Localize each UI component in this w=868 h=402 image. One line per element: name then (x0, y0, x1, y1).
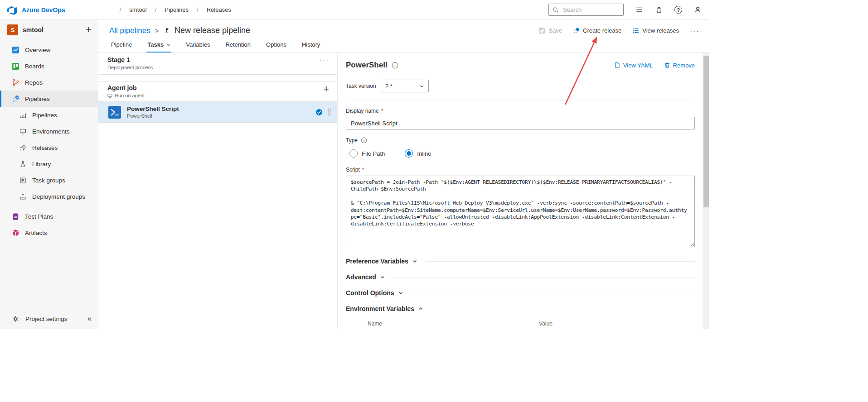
sidebar-item-repos[interactable]: Repos (0, 74, 98, 91)
radio-file-path-label: File Path (362, 150, 385, 157)
project-name[interactable]: smtool (23, 26, 81, 34)
stage-more-button[interactable]: ··· (320, 56, 329, 64)
tasks-content: Stage 1 Deployment process ··· Agent job… (98, 53, 709, 329)
chevron-up-icon (418, 306, 423, 311)
radio-inline[interactable]: Inline (405, 149, 431, 158)
display-name-label: Display name (346, 108, 379, 114)
remove-task-button[interactable]: Remove (664, 62, 695, 69)
breadcrumb-project[interactable]: smtool (129, 6, 146, 13)
repos-icon (11, 78, 20, 87)
boards-icon (11, 62, 20, 71)
marketplace-bag-icon[interactable] (655, 5, 664, 14)
tab-label: Tasks (147, 41, 164, 48)
tab-tasks[interactable]: Tasks (146, 37, 171, 52)
agent-monitor-icon (107, 93, 112, 98)
sidebar-item-label: Environments (32, 128, 70, 135)
create-release-button[interactable]: Create release (573, 27, 621, 34)
sidebar-item-library[interactable]: Library (0, 156, 98, 172)
section-rule (426, 261, 695, 262)
scrollbar-thumb[interactable] (703, 56, 709, 207)
overview-icon (11, 45, 20, 54)
section-label: Control Options (346, 289, 394, 297)
stage-panel: Stage 1 Deployment process ··· Agent job… (98, 53, 338, 329)
azure-devops-home-link[interactable]: Azure DevOps (7, 5, 65, 15)
create-release-rocket-icon (573, 27, 580, 34)
help-icon[interactable]: ? (674, 6, 682, 14)
task-title: PowerShell Script (127, 105, 315, 112)
section-control-options[interactable]: Control Options (346, 289, 695, 297)
column-value: Value (539, 321, 553, 327)
breadcrumb-pipelines[interactable]: Pipelines (165, 6, 189, 13)
task-enabled-check-icon[interactable] (315, 109, 323, 116)
info-icon[interactable] (392, 62, 398, 69)
sidebar-item-task-groups[interactable]: Task groups (0, 172, 98, 188)
tab-options[interactable]: Options (265, 37, 287, 52)
gear-icon (11, 314, 20, 323)
header-actions: Save Create release View releases ··· (538, 27, 699, 34)
sidebar-item-label: Deployment groups (32, 193, 85, 200)
radio-file-path[interactable]: File Path (349, 149, 385, 158)
tab-pipeline[interactable]: Pipeline (110, 37, 133, 52)
breadcrumb-separator: / (197, 6, 199, 13)
artifacts-icon (11, 228, 20, 237)
collapse-sidebar-button[interactable]: « (87, 314, 92, 323)
tab-variables[interactable]: Variables (185, 37, 211, 52)
view-releases-button[interactable]: View releases (632, 27, 679, 34)
sidebar-item-label: Overview (25, 47, 50, 53)
breadcrumb-releases[interactable]: Releases (207, 6, 231, 13)
section-rule (412, 293, 695, 293)
page-title: New release pipeline (175, 26, 250, 35)
task-powershell-script[interactable]: PowerShell Script PowerShell (98, 102, 337, 123)
chevron-down-icon (166, 43, 170, 47)
tab-label: Variables (186, 41, 210, 48)
main-content: All pipelines > New release pipeline Sav… (98, 20, 709, 329)
agent-job-card[interactable]: Agent job Run on agent + (98, 81, 337, 102)
vertical-scrollbar[interactable] (703, 53, 709, 329)
release-pipeline-icon (163, 27, 170, 34)
sidebar-item-boards[interactable]: Boards (0, 58, 98, 74)
view-yaml-button[interactable]: View YAML (614, 62, 653, 69)
create-release-label: Create release (583, 27, 621, 34)
search-box[interactable] (548, 4, 624, 16)
sidebar-item-pipelines[interactable]: Pipelines (0, 91, 98, 107)
sidebar-item-artifacts[interactable]: Artifacts (0, 225, 98, 241)
section-preference-variables[interactable]: Preference Variables (346, 258, 695, 265)
sidebar-nav: Overview Boards Repos Pipelines Pipeline… (0, 42, 98, 308)
user-icon[interactable] (693, 5, 702, 14)
releases-icon (18, 143, 27, 152)
azure-devops-app: Azure DevOps / smtool / Pipelines / Rele… (0, 0, 709, 329)
work-items-list-icon[interactable] (635, 5, 644, 14)
sidebar-item-overview[interactable]: Overview (0, 42, 98, 58)
new-project-button[interactable]: + (86, 25, 92, 35)
sidebar-item-test-plans[interactable]: Test Plans (0, 208, 98, 225)
header-more-button[interactable]: ··· (690, 27, 699, 34)
task-version-select[interactable]: 2.* (381, 80, 429, 92)
save-button[interactable]: Save (538, 27, 562, 34)
info-icon[interactable] (361, 137, 367, 144)
add-task-button[interactable]: + (323, 84, 329, 94)
section-advanced[interactable]: Advanced (346, 273, 695, 281)
section-label: Advanced (346, 273, 376, 281)
sidebar-item-releases[interactable]: Releases (0, 139, 98, 156)
sidebar-item-environments[interactable]: Environments (0, 123, 98, 139)
drag-handle[interactable] (327, 108, 332, 116)
tab-retention[interactable]: Retention (224, 37, 252, 52)
stage-card[interactable]: Stage 1 Deployment process ··· (98, 53, 337, 75)
pipeline-header: All pipelines > New release pipeline Sav… (98, 20, 709, 37)
stage-title: Stage 1 (107, 56, 153, 63)
all-pipelines-link[interactable]: All pipelines (109, 26, 150, 35)
task-groups-icon (18, 176, 27, 185)
sidebar-item-label: Test Plans (25, 213, 53, 220)
script-textarea[interactable]: $sourcePath = Join-Path -Path "$($Env:AG… (346, 176, 695, 247)
tab-history[interactable]: History (301, 37, 321, 52)
project-avatar: S (7, 24, 18, 35)
section-environment-variables[interactable]: Environment Variables (346, 305, 695, 312)
sidebar-item-deployment-groups[interactable]: Deployment groups (0, 188, 98, 205)
display-name-input[interactable] (346, 117, 695, 129)
radio-circle (349, 149, 358, 158)
search-input[interactable] (562, 6, 620, 14)
yaml-document-icon (614, 62, 621, 68)
sidebar-item-label: Library (32, 161, 51, 168)
project-settings[interactable]: Project settings « (0, 308, 98, 329)
sidebar-item-pipelines-pipelines[interactable]: Pipelines (0, 107, 98, 123)
